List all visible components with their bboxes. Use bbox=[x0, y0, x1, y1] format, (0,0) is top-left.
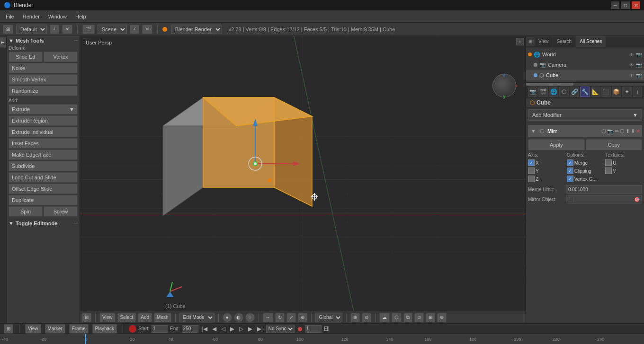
vp-icon-btn[interactable]: ⊞ bbox=[82, 313, 91, 322]
u-checkbox[interactable] bbox=[605, 159, 612, 166]
prop-icon-world[interactable]: 🌐 bbox=[549, 87, 558, 97]
tab-view[interactable]: View bbox=[535, 36, 553, 47]
statusbar-marker-btn[interactable]: Marker bbox=[45, 324, 65, 334]
cube-visibility-btn[interactable]: 👁 bbox=[629, 72, 635, 79]
spin-btn[interactable]: Spin bbox=[9, 206, 43, 217]
menu-render[interactable]: Render bbox=[19, 13, 44, 20]
v-checkbox[interactable] bbox=[605, 168, 612, 174]
scene-item-cube[interactable]: ⬡ Cube 👁 📷 bbox=[526, 70, 644, 80]
prop-icon-texture[interactable]: 📦 bbox=[612, 87, 621, 97]
mod-icon-cage[interactable]: ⬡ bbox=[620, 128, 625, 134]
vertex-btn[interactable]: Vertex bbox=[44, 52, 78, 62]
loop-cut-btn[interactable]: Loop Cut and Slide bbox=[9, 172, 78, 183]
close-button[interactable]: ✕ bbox=[632, 1, 640, 9]
current-frame-field[interactable] bbox=[305, 325, 322, 333]
record-icon-btn[interactable]: ⏺ bbox=[296, 325, 303, 333]
scene-close-btn[interactable]: ✕ bbox=[142, 25, 152, 34]
minimize-button[interactable]: ─ bbox=[611, 1, 619, 9]
vp-solid-shading[interactable]: ● bbox=[223, 313, 232, 322]
mod-icon-editmode[interactable]: ✏ bbox=[615, 128, 619, 134]
mod-icon-up[interactable]: ⬆ bbox=[626, 128, 630, 134]
vp-icon-e[interactable]: ⊞ bbox=[426, 313, 435, 322]
sync-select[interactable]: No Sync bbox=[266, 325, 295, 333]
menu-help[interactable]: Help bbox=[72, 13, 90, 20]
layout-select[interactable]: Default bbox=[16, 25, 47, 34]
vp-add-btn[interactable]: Add bbox=[138, 313, 152, 322]
mod-icon-down[interactable]: ⬇ bbox=[631, 128, 635, 134]
mirror-object-pick[interactable]: 🎯 bbox=[634, 197, 640, 202]
vp-view-btn[interactable]: View bbox=[99, 313, 116, 322]
scene-icon-btn[interactable]: 🎬 bbox=[82, 25, 95, 34]
mod-icon-close[interactable]: ✕ bbox=[636, 128, 640, 134]
menu-file[interactable]: File bbox=[2, 13, 18, 20]
subdivide-btn[interactable]: Subdivide bbox=[9, 161, 78, 171]
camera-render-btn[interactable]: 📷 bbox=[635, 62, 642, 68]
prop-icon-scene[interactable]: 🎬 bbox=[538, 87, 548, 97]
play-prev-btn[interactable]: ◀ bbox=[211, 325, 218, 333]
noise-btn[interactable]: Noise bbox=[9, 63, 78, 73]
play-next-btn[interactable]: ▶ bbox=[247, 325, 254, 333]
vp-transform-rotate[interactable]: ↻ bbox=[275, 313, 285, 322]
apply-btn[interactable]: Apply bbox=[528, 139, 585, 150]
screw-btn[interactable]: Screw bbox=[44, 206, 78, 217]
extrude-individual-btn[interactable]: Extrude Individual bbox=[9, 127, 78, 137]
scene-view-icon-btn[interactable]: ⊞ bbox=[526, 37, 535, 46]
randomize-btn[interactable]: Randomize bbox=[9, 86, 78, 96]
copy-btn[interactable]: Copy bbox=[586, 139, 643, 150]
merge-checkbox[interactable]: ✓ bbox=[567, 159, 573, 166]
play-end-btn[interactable]: ▶| bbox=[256, 325, 264, 333]
viewport-nav[interactable]: x y z bbox=[492, 74, 516, 97]
z-checkbox[interactable] bbox=[528, 176, 535, 182]
inset-faces-btn[interactable]: Inset Faces bbox=[9, 138, 78, 149]
y-checkbox[interactable] bbox=[528, 168, 535, 174]
x-checkbox[interactable]: ✓ bbox=[528, 159, 535, 166]
vp-mesh-btn[interactable]: Mesh bbox=[154, 313, 171, 322]
prop-icon-constraints[interactable]: 🔗 bbox=[570, 87, 579, 97]
clipping-checkbox[interactable]: ✓ bbox=[567, 168, 573, 174]
vp-icon-c[interactable]: ⧉ bbox=[403, 313, 412, 322]
end-field[interactable] bbox=[182, 325, 198, 333]
prop-icon-data[interactable]: 📐 bbox=[591, 87, 600, 97]
prop-icon-object[interactable]: ⬡ bbox=[559, 87, 569, 97]
engine-select[interactable]: Blender Render bbox=[171, 25, 222, 34]
duplicate-btn[interactable]: Duplicate bbox=[9, 195, 78, 205]
world-visibility-btn[interactable]: 👁 bbox=[629, 52, 635, 58]
slide-ed-btn[interactable]: Slide Ed bbox=[9, 52, 43, 62]
nav-sphere[interactable]: x y z bbox=[492, 74, 516, 97]
vp-icon-a[interactable]: ☁ bbox=[379, 313, 390, 322]
vp-mode-select[interactable]: Edit Mode bbox=[179, 313, 215, 322]
vp-rendered-shading[interactable]: ○ bbox=[245, 313, 255, 322]
tab-all-scenes[interactable]: All Scenes bbox=[576, 36, 606, 47]
vp-select-btn[interactable]: Select bbox=[117, 313, 136, 322]
scene-select[interactable]: Scene bbox=[98, 25, 127, 34]
modifier-collapse-btn[interactable]: ▼ bbox=[530, 127, 537, 135]
timeline-numbers[interactable]: -40 -20 0 20 40 60 80 100 120 140 160 18… bbox=[2, 334, 642, 344]
statusbar-view-btn[interactable]: View bbox=[25, 324, 41, 334]
tab-search[interactable]: Search bbox=[553, 36, 576, 47]
scene-item-world[interactable]: 🌐 World 👁 📷 bbox=[526, 49, 644, 60]
vp-snap-btn[interactable]: ⊕ bbox=[350, 313, 360, 322]
extrude-dropdown[interactable]: Extrude ▼ bbox=[9, 104, 78, 115]
scene-add-btn[interactable]: + bbox=[130, 25, 139, 34]
mod-icon-realtime[interactable]: ⬡ bbox=[601, 128, 606, 134]
world-render-btn[interactable]: 📷 bbox=[635, 52, 642, 58]
prop-icon-modifiers[interactable]: 🔧 bbox=[580, 87, 590, 97]
vertex-g-checkbox[interactable]: ✓ bbox=[567, 176, 573, 182]
cube-render-btn[interactable]: 📷 bbox=[635, 72, 642, 79]
offset-edge-btn[interactable]: Offset Edge Slide bbox=[9, 184, 78, 194]
record-btn[interactable] bbox=[129, 325, 136, 333]
modifier-type-btn[interactable]: ⬡ bbox=[539, 127, 546, 135]
start-field[interactable] bbox=[152, 325, 168, 333]
maximize-button[interactable]: □ bbox=[621, 1, 630, 9]
vp-material-shading[interactable]: ◐ bbox=[234, 313, 243, 322]
smooth-vertex-btn[interactable]: Smooth Vertex bbox=[9, 74, 78, 85]
prop-icon-render[interactable]: 📷 bbox=[528, 87, 537, 97]
play-prev-frame-btn[interactable]: ◁ bbox=[220, 325, 227, 333]
vp-orientation-select[interactable]: Global bbox=[315, 313, 342, 322]
layout-close-btn[interactable]: ✕ bbox=[62, 25, 72, 34]
statusbar-icon-btn[interactable]: ⊞ bbox=[4, 324, 13, 334]
viewport[interactable]: User Persp x y z + (1) Cube ⊞ View Selec… bbox=[80, 36, 526, 323]
mod-icon-render[interactable]: 📷 bbox=[607, 128, 614, 134]
layout-add-btn[interactable]: + bbox=[50, 25, 59, 34]
play-btn[interactable]: ▶ bbox=[229, 325, 236, 333]
